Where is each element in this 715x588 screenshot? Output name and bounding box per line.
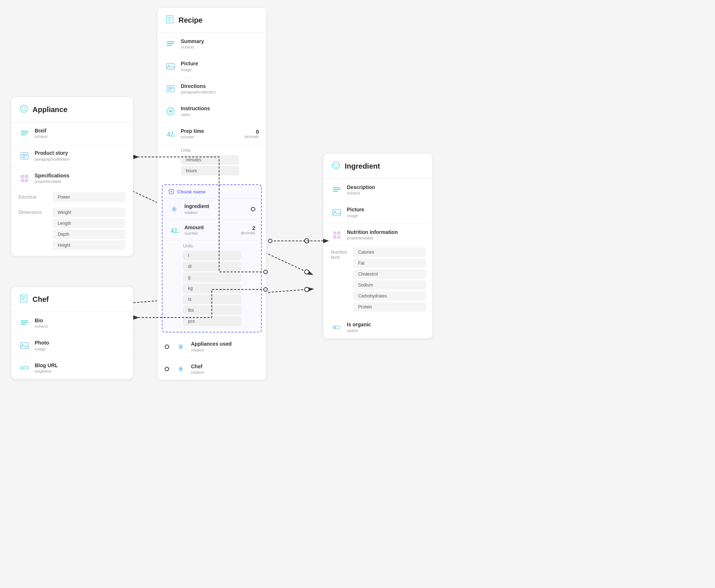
svg-text:42.: 42. [167,131,175,138]
paragraphcollection-icon-ps [19,150,30,162]
unit-kg: kg [183,284,241,293]
instructions-type: video [181,112,259,117]
electrical-fields: Power [53,192,126,203]
svg-rect-63 [333,189,340,190]
prop-weight: Weight [53,208,126,217]
nutrition-info-type: propertiestable [347,235,425,241]
instructions-name: Instructions [181,105,259,112]
svg-point-33 [20,105,27,112]
electrical-section: Electrical Power [11,189,133,205]
amount-decimals: 2 decimals [241,225,255,235]
breif-field: Breif richtext [11,122,133,145]
prop-fat: Fat [353,258,426,268]
instructions-info: Instructions video [181,105,259,117]
blogurl-type: singleline [35,369,126,374]
prop-carbohydrates: Carbohydrates [353,291,426,301]
appliances-used-type: relation [191,347,259,353]
svg-rect-55 [20,343,28,349]
nutritionfacts-fields: Calories Fat Cholestrol Sodium Carbohydr… [353,247,426,313]
unit-pcs: pcs [183,316,241,326]
nutrition-info-info: Nutrition information propertiestable [347,229,425,241]
svg-rect-69 [333,235,336,239]
bio-info: Bio richtext [35,317,126,329]
preptime-units: Units minutes hours [157,145,266,181]
specifications-type: propertiestable [35,179,126,184]
svg-point-60 [334,164,335,165]
summary-type: richtext [181,45,259,50]
picture-name: Picture [181,60,259,67]
directions-info: Directions paragraphcollection [181,83,259,95]
specifications-field: Specifications propertiestable [11,167,133,189]
unit-g: g [183,273,241,282]
svg-rect-17 [167,64,175,69]
svg-point-31 [180,346,182,348]
summary-field: Summary richtext [157,33,266,55]
chunk-icon [168,189,174,195]
svg-rect-28 [170,191,172,193]
ingredient-picture-field: Picture image [324,201,432,223]
ingredient-info: Ingredient relation [184,203,246,215]
description-name: Description [347,184,425,191]
svg-rect-65 [333,210,341,215]
chef-relation-field: Chef relation [157,358,266,380]
instructions-field: Instructions video [157,100,266,122]
appliances-used-field: Appliances used relation [157,335,266,358]
nutritionfacts-label: Nutrition facts [331,247,347,260]
ingredient-field: Ingredient relation [162,199,261,219]
svg-rect-40 [22,154,27,155]
chef-card-header: Chef [11,287,133,312]
productstory-name: Product story [35,150,126,156]
unit-minutes: minutes [181,155,239,165]
switch-icon [331,322,343,333]
dimensions-section: Dimensions Weight Length Depth Height [11,205,133,256]
prop-sodium: Sodium [353,280,426,290]
unit-tbs: tbs [183,305,241,315]
amount-info: Amount number [184,224,237,236]
richtext-icon-desc [331,184,343,196]
ingredient-connector-dot [251,207,255,211]
svg-rect-20 [168,87,173,88]
svg-rect-62 [333,187,340,188]
ingredient-type: relation [184,210,246,215]
svg-rect-43 [21,175,24,178]
svg-text:42.: 42. [171,227,179,234]
directions-type: paragraphcollection [181,89,259,95]
photo-name: Photo [35,339,126,346]
ingredient-picture-info: Picture image [347,206,425,218]
chef-connector-dot [165,367,169,371]
prop-depth: Depth [53,230,126,239]
appliance-title: Appliance [32,105,68,114]
svg-rect-68 [337,231,340,235]
prop-power: Power [53,192,126,202]
photo-field: Photo image [11,334,133,357]
units-label-prep: Units [181,148,259,153]
unit-hours: hours [181,166,239,176]
svg-rect-58 [21,368,25,368]
isorganic-name: Is organic [347,321,425,328]
directions-field: Directions paragraphcollection [157,78,266,100]
unit-dl: dl [183,262,241,271]
isorganic-info: Is organic switch [347,321,425,333]
amount-type: number [184,231,237,236]
properties-icon-nutrition [331,229,343,241]
breif-type: richtext [35,134,126,139]
paragraphcollection-icon [165,83,176,95]
ingredient-picture-type: image [347,213,425,218]
prop-height: Height [53,241,126,250]
chunk-box: Chunk name Ingredient relation [162,184,262,333]
chef-card: Chef Bio richtext Photo image [11,287,133,379]
appliance-card: Appliance Breif richtext Product sto [11,97,133,256]
preptime-type: number [181,134,240,139]
svg-point-61 [337,164,338,165]
richtext-icon-bio [19,317,30,329]
recipe-card: Recipe Summary richtext Picture image [157,7,267,380]
svg-rect-54 [21,324,26,325]
svg-rect-22 [168,90,171,91]
bio-name: Bio [35,317,126,324]
svg-rect-67 [333,231,336,235]
appliance-card-header: Appliance [11,97,133,122]
ingredient-card: Ingredient Description richtext Picture [323,153,433,339]
bio-field: Bio richtext [11,312,133,334]
amount-name: Amount [184,224,237,231]
directions-name: Directions [181,83,259,89]
